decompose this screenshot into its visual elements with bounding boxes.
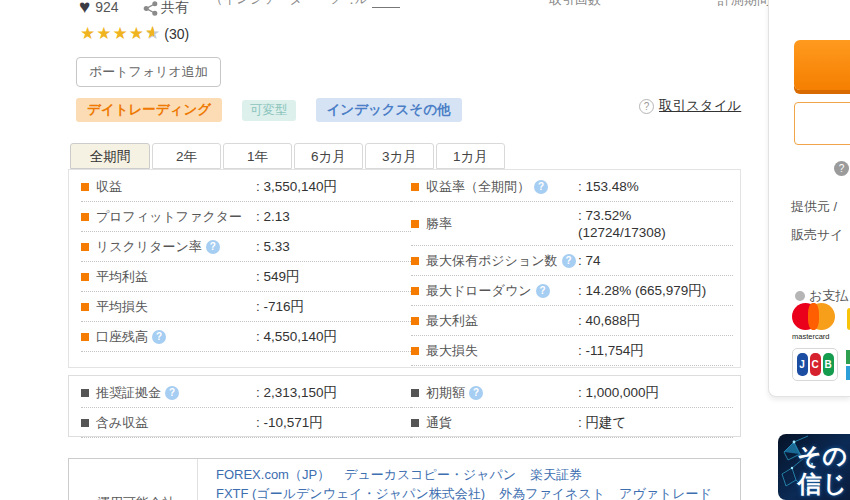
star-icon: ★ bbox=[113, 24, 129, 43]
provider-label: 提供元 / bbox=[791, 198, 837, 216]
tag-blue[interactable]: インデックスその他 bbox=[316, 98, 462, 122]
help-icon[interactable]: ? bbox=[562, 254, 576, 268]
promo-text-line2: 信じ bbox=[797, 472, 848, 496]
bullet-icon bbox=[411, 220, 419, 228]
mastercard-wordmark: mastercard bbox=[792, 332, 830, 341]
summary-column-left: 推奨証拠金?: 2,313,150円含み収益: -10,571円 bbox=[81, 378, 411, 438]
stat-value-line: : 円建て bbox=[578, 414, 626, 431]
stat-label: 最大保有ポジション数? bbox=[426, 252, 578, 270]
bullet-icon bbox=[411, 419, 419, 427]
share-icon bbox=[143, 1, 158, 16]
brokers-divider bbox=[197, 459, 198, 500]
bullet-icon bbox=[411, 287, 419, 295]
broker-link[interactable]: FXTF (ゴールデンウェイ・ジャパン株式会社) bbox=[216, 486, 485, 500]
stat-label: 最大損失 bbox=[426, 342, 578, 360]
bullet-icon bbox=[81, 183, 89, 191]
stat-value-line: : 4,550,140円 bbox=[256, 328, 337, 345]
stats-column-left: 収益: 3,550,140円プロフィットファクター: 2.13リスクリターン率?… bbox=[81, 172, 411, 352]
brokers-panel: 運用可能会社 FOREX.com（JP）デューカスコピー・ジャパン楽天証券 FX… bbox=[68, 458, 741, 500]
stat-value-line: : -716円 bbox=[256, 298, 304, 315]
trade-style-link[interactable]: 取引スタイル bbox=[659, 97, 741, 115]
tab-1年[interactable]: 1年 bbox=[223, 143, 292, 169]
broker-link[interactable]: 外為ファイネスト bbox=[499, 486, 605, 500]
stat-value-line: : -10,571円 bbox=[256, 414, 323, 431]
stat-label: プロフィットファクター bbox=[96, 208, 256, 226]
stat-value-line: : 40,688円 bbox=[578, 312, 640, 329]
stat-value-line: : 2.13 bbox=[256, 208, 290, 225]
tab-3カ月[interactable]: 3カ月 bbox=[365, 143, 434, 169]
cart-button[interactable] bbox=[794, 102, 850, 145]
share-button[interactable]: 共有 bbox=[143, 0, 189, 17]
stat-value-line: : -11,754円 bbox=[578, 342, 644, 359]
help-icon[interactable]: ? bbox=[165, 386, 179, 400]
stat-row: 最大損失: -11,754円 bbox=[411, 336, 733, 366]
stat-value: : 円建て bbox=[578, 414, 626, 431]
tag-row: デイトレーディング可変型インデックスその他 bbox=[76, 98, 462, 122]
help-badge-icon[interactable]: ? bbox=[834, 161, 849, 176]
period-tabs: 全期間2年1年6カ月3カ月1カ月 bbox=[70, 143, 505, 169]
stat-value: : 5.33 bbox=[256, 238, 290, 255]
like-control[interactable]: ♥ 924 bbox=[79, 0, 119, 16]
stat-value: : 2.13 bbox=[256, 208, 290, 225]
stat-row: 推奨証拠金?: 2,313,150円 bbox=[81, 378, 411, 408]
jcb-stripe: J bbox=[797, 353, 808, 376]
help-icon[interactable]: ? bbox=[152, 330, 166, 344]
broker-link[interactable]: 楽天証券 bbox=[530, 467, 582, 482]
cut-logo-green-icon bbox=[846, 350, 850, 364]
stat-row: リスクリターン率?: 5.33 bbox=[81, 232, 411, 262]
summary-column-right: 初期額?: 1,000,000円通貨: 円建て bbox=[411, 378, 733, 438]
tab-2年[interactable]: 2年 bbox=[152, 143, 221, 169]
stat-value-line: : 74 bbox=[578, 252, 601, 269]
help-icon[interactable]: ? bbox=[469, 386, 483, 400]
question-circle-icon[interactable]: ? bbox=[639, 99, 654, 114]
stat-row: 平均損失: -716円 bbox=[81, 292, 411, 322]
stat-value-line: : 153.48% bbox=[578, 178, 639, 195]
stat-label: 含み収益 bbox=[96, 414, 256, 432]
help-icon[interactable]: ? bbox=[534, 180, 548, 194]
stat-row: 初期額?: 1,000,000円 bbox=[411, 378, 733, 408]
bullet-icon bbox=[81, 333, 89, 341]
tab-全期間[interactable]: 全期間 bbox=[70, 143, 150, 169]
broker-link[interactable]: FOREX.com（JP） bbox=[216, 467, 330, 482]
help-icon[interactable]: ? bbox=[206, 240, 220, 254]
promo-banner[interactable]: その 信じ bbox=[778, 434, 850, 500]
star-icons: ★★★★★★ bbox=[80, 25, 161, 42]
star-icon: ★ bbox=[96, 24, 112, 43]
broker-link[interactable]: アヴァトレード bbox=[619, 486, 712, 500]
tag-orange[interactable]: デイトレーディング bbox=[76, 98, 222, 122]
stat-value-line: : 2,313,150円 bbox=[256, 384, 337, 401]
heart-icon: ♥ bbox=[79, 0, 90, 16]
share-label: 共有 bbox=[161, 0, 189, 17]
help-icon[interactable]: ? bbox=[536, 284, 550, 298]
tag-teal[interactable]: 可変型 bbox=[242, 100, 296, 121]
add-portfolio-button[interactable]: ポートフォリオ追加 bbox=[76, 57, 221, 87]
stat-row: プロフィットファクター: 2.13 bbox=[81, 202, 411, 232]
like-count: 924 bbox=[95, 0, 118, 15]
stat-label: リスクリターン率? bbox=[96, 238, 256, 256]
stat-row: 勝率: 73.52%(12724/17308) bbox=[411, 202, 733, 246]
stat-row: 平均利益: 549円 bbox=[81, 262, 411, 292]
tab-6カ月[interactable]: 6カ月 bbox=[294, 143, 363, 169]
tab-1カ月[interactable]: 1カ月 bbox=[436, 143, 505, 169]
stat-label: 平均損失 bbox=[96, 298, 256, 316]
purchase-sidebar-card: ? 提供元 / 販売サイ お支払 mastercard JCB bbox=[768, 0, 850, 397]
stat-row: 収益率（全期間）?: 153.48% bbox=[411, 172, 733, 202]
sales-site-label: 販売サイ bbox=[791, 226, 844, 244]
stat-value: : -11,754円 bbox=[578, 342, 644, 359]
stat-value: : 74 bbox=[578, 252, 601, 269]
bullet-icon bbox=[81, 389, 89, 397]
broker-link[interactable]: デューカスコピー・ジャパン bbox=[344, 467, 516, 482]
promo-text-line1: その bbox=[797, 444, 848, 468]
bullet-icon bbox=[81, 303, 89, 311]
stat-value-line2: (12724/17308) bbox=[578, 224, 666, 241]
stat-row: 最大利益: 40,688円 bbox=[411, 306, 733, 336]
stat-value-line: : 14.28% (665,979円) bbox=[578, 282, 706, 299]
bullet-icon bbox=[81, 243, 89, 251]
bullet-icon bbox=[411, 257, 419, 265]
bullet-icon bbox=[81, 273, 89, 281]
stat-row: 最大ドローダウン?: 14.28% (665,979円) bbox=[411, 276, 733, 306]
buy-button[interactable] bbox=[794, 40, 850, 90]
rating-stars[interactable]: ★★★★★★ (30) bbox=[80, 25, 189, 42]
cut-link-fragment[interactable] bbox=[372, 0, 400, 8]
stat-row: 通貨: 円建て bbox=[411, 408, 733, 438]
